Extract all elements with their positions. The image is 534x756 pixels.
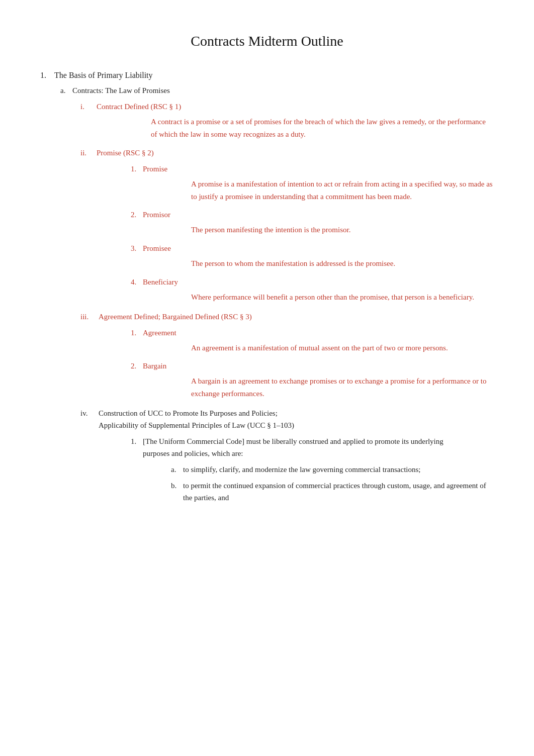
subitem-iii-1: 1. Agreement An agreement is a manifesta… bbox=[131, 327, 494, 354]
section-1-label: The Basis of Primary Liability bbox=[54, 69, 153, 82]
section-1-num: 1. bbox=[40, 69, 54, 82]
item-iii-roman: iii. bbox=[80, 311, 99, 323]
section-1: 1. The Basis of Primary Liability a. Con… bbox=[40, 69, 494, 504]
item-iv-label: Construction of UCC to Promote Its Purpo… bbox=[99, 407, 294, 431]
subitem-ii-3: 3. Promisee The person to whom the manif… bbox=[131, 242, 494, 270]
subsubitem-iv-1-a-letter: a. bbox=[171, 463, 183, 476]
subitem-iii-1-body: An agreement is a manifestation of mutua… bbox=[191, 342, 494, 354]
subitem-ii-1-num: 1. bbox=[131, 163, 143, 175]
item-i-label: Contract Defined (RSC § 1) bbox=[97, 101, 181, 113]
item-ii: ii. Promise (RSC § 2) 1. Promise A promi… bbox=[80, 147, 494, 304]
subitem-ii-1-label: Promise bbox=[143, 163, 167, 175]
subitem-iv-1: 1. [The Uniform Commercial Code] must be… bbox=[131, 435, 494, 504]
subitem-iii-2-num: 2. bbox=[131, 360, 143, 372]
item-iii-label: Agreement Defined; Bargained Defined (RS… bbox=[99, 311, 252, 323]
subitem-ii-3-label: Promisee bbox=[143, 242, 171, 254]
subitem-iii-2: 2. Bargain A bargain is an agreement to … bbox=[131, 360, 494, 400]
subsubitem-iv-1-b: b. to permit the continued expansion of … bbox=[171, 480, 494, 504]
subitem-ii-1-body: A promise is a manifestation of intentio… bbox=[191, 178, 494, 203]
page-title: Contracts Midterm Outline bbox=[40, 30, 494, 53]
subitem-ii-4-body: Where performance will benefit a person … bbox=[191, 291, 494, 304]
subitem-iii-1-num: 1. bbox=[131, 327, 143, 339]
subsection-a-label: Contracts: The Law of Promises bbox=[72, 84, 170, 97]
subsubitem-iv-1-a-text: to simplify, clarify, and modernize the … bbox=[183, 463, 421, 476]
subsection-a: a. Contracts: The Law of Promises i. Con… bbox=[60, 84, 494, 504]
subitem-ii-4: 4. Beneficiary Where performance will be… bbox=[131, 276, 494, 304]
subsubitem-iv-1-b-text: to permit the continued expansion of com… bbox=[183, 480, 494, 504]
item-i: i. Contract Defined (RSC § 1) A contract… bbox=[80, 101, 494, 141]
item-ii-label: Promise (RSC § 2) bbox=[97, 147, 154, 159]
subitem-ii-2-body: The person manifesting the intention is … bbox=[191, 224, 494, 236]
subitem-iii-1-label: Agreement bbox=[143, 327, 176, 339]
subitem-iv-1-num: 1. bbox=[131, 435, 143, 447]
subsubitem-iv-1-b-letter: b. bbox=[171, 480, 183, 492]
subitem-iii-2-label: Bargain bbox=[143, 360, 166, 372]
subitem-ii-4-label: Beneficiary bbox=[143, 276, 178, 288]
item-ii-roman: ii. bbox=[80, 147, 97, 159]
item-iv-roman: iv. bbox=[80, 407, 99, 419]
item-iii: iii. Agreement Defined; Bargained Define… bbox=[80, 311, 494, 400]
subitem-ii-2: 2. Promisor The person manifesting the i… bbox=[131, 209, 494, 236]
subitem-ii-2-num: 2. bbox=[131, 209, 143, 221]
item-iv: iv. Construction of UCC to Promote Its P… bbox=[80, 407, 494, 504]
subitem-ii-1: 1. Promise A promise is a manifestation … bbox=[131, 163, 494, 203]
subitem-ii-2-label: Promisor bbox=[143, 209, 170, 221]
subitem-ii-4-num: 4. bbox=[131, 276, 143, 288]
subitem-ii-3-body: The person to whom the manifestation is … bbox=[191, 257, 494, 270]
subsection-a-letter: a. bbox=[60, 84, 72, 97]
subitem-iv-1-label: [The Uniform Commercial Code] must be li… bbox=[143, 435, 444, 459]
subitem-ii-3-num: 3. bbox=[131, 242, 143, 254]
subitem-iii-2-body: A bargain is an agreement to exchange pr… bbox=[191, 375, 494, 400]
subsubitem-iv-1-a: a. to simplify, clarify, and modernize t… bbox=[171, 463, 494, 476]
item-i-body: A contract is a promise or a set of prom… bbox=[151, 116, 494, 141]
item-i-roman: i. bbox=[80, 101, 97, 113]
